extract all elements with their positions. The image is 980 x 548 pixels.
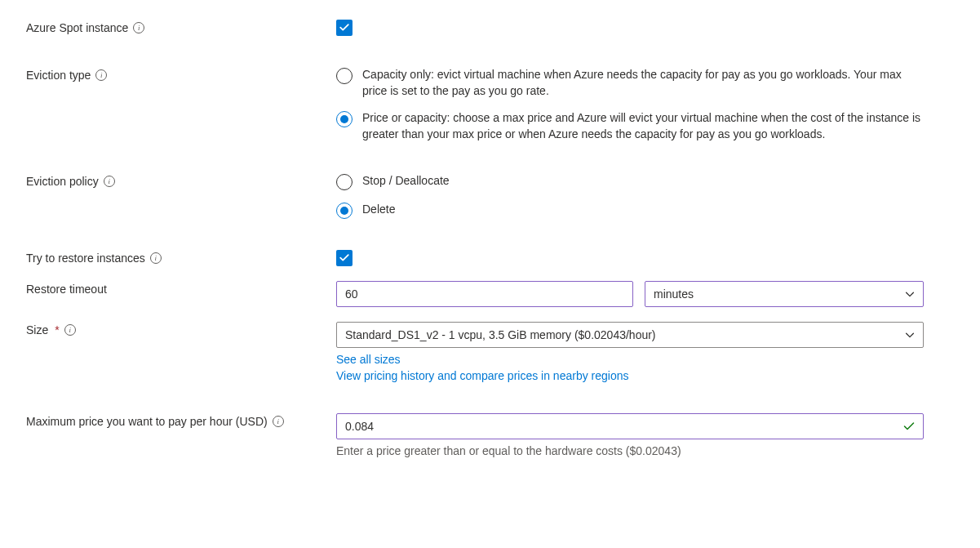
spot-label-text: Azure Spot instance [26, 21, 128, 34]
radio-icon [336, 203, 353, 219]
eviction-policy-stop-deallocate[interactable]: Stop / Deallocate [336, 173, 924, 190]
see-all-sizes-link[interactable]: See all sizes [336, 353, 924, 366]
info-icon[interactable]: i [273, 416, 284, 427]
eviction-type-radiogroup: Capacity only: evict virtual machine whe… [336, 67, 924, 142]
radio-label: Stop / Deallocate [362, 173, 450, 189]
eviction-type-label-text: Eviction type [26, 69, 91, 82]
info-icon[interactable]: i [133, 22, 144, 33]
info-icon[interactable]: i [95, 69, 107, 81]
restore-timeout-input[interactable] [336, 281, 633, 307]
radio-icon [336, 68, 353, 84]
info-icon[interactable]: i [64, 324, 76, 336]
size-label-text: Size [26, 323, 48, 336]
eviction-policy-label: Eviction policy i [26, 173, 336, 188]
required-indicator: * [55, 323, 59, 336]
restore-checkbox[interactable] [336, 250, 353, 266]
restore-label: Try to restore instances i [26, 250, 336, 265]
radio-icon [336, 174, 353, 190]
max-price-label-text: Maximum price you want to pay per hour (… [26, 415, 268, 428]
restore-timeout-label: Restore timeout [26, 281, 336, 296]
radio-icon [336, 111, 353, 127]
spot-checkbox[interactable] [336, 20, 353, 36]
select-value: minutes [654, 287, 694, 301]
checkmark-icon [339, 22, 350, 33]
eviction-policy-delete[interactable]: Delete [336, 202, 924, 219]
radio-label: Capacity only: evict virtual machine whe… [362, 67, 924, 99]
info-icon[interactable]: i [104, 176, 115, 187]
eviction-type-price-or-capacity[interactable]: Price or capacity: choose a max price an… [336, 110, 924, 142]
max-price-helper: Enter a price greater than or equal to t… [336, 444, 924, 457]
size-label: Size * i [26, 322, 336, 336]
max-price-input[interactable] [336, 413, 924, 439]
radio-label: Delete [362, 202, 395, 218]
eviction-type-capacity-only[interactable]: Capacity only: evict virtual machine whe… [336, 67, 924, 99]
size-select[interactable]: Standard_DS1_v2 - 1 vcpu, 3.5 GiB memory… [336, 322, 924, 348]
restore-timeout-label-text: Restore timeout [26, 283, 107, 296]
restore-timeout-unit-select[interactable]: minutes [645, 281, 924, 307]
pricing-history-link[interactable]: View pricing history and compare prices … [336, 369, 924, 382]
max-price-label: Maximum price you want to pay per hour (… [26, 413, 336, 428]
restore-label-text: Try to restore instances [26, 252, 145, 265]
valid-checkmark-icon [902, 420, 916, 433]
select-value: Standard_DS1_v2 - 1 vcpu, 3.5 GiB memory… [345, 328, 656, 341]
checkmark-icon [339, 252, 350, 264]
spot-label: Azure Spot instance i [26, 20, 336, 34]
info-icon[interactable]: i [150, 252, 162, 264]
eviction-type-label: Eviction type i [26, 67, 336, 82]
eviction-policy-label-text: Eviction policy [26, 175, 99, 188]
eviction-policy-radiogroup: Stop / Deallocate Delete [336, 173, 924, 219]
radio-label: Price or capacity: choose a max price an… [362, 110, 924, 142]
